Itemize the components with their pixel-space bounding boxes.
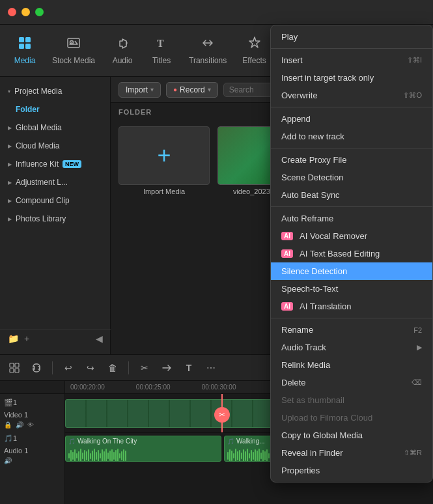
add-item-icon[interactable]: + bbox=[24, 333, 29, 344]
titles-icon: T bbox=[154, 36, 169, 53]
menu-item-insert[interactable]: Insert ⇧⌘I bbox=[271, 51, 432, 69]
menu-item-overwrite[interactable]: Overwrite ⇧⌘O bbox=[271, 87, 432, 104]
sidebar-item-global-media[interactable]: ▶ Global Media bbox=[0, 119, 110, 137]
menu-item-append[interactable]: Append bbox=[271, 110, 432, 128]
wave-bar bbox=[84, 450, 85, 462]
sidebar-item-project-media[interactable]: ▾ Project Media bbox=[0, 82, 110, 100]
menu-append-label: Append bbox=[281, 114, 311, 124]
menu-item-auto-reframe[interactable]: Auto Reframe bbox=[271, 210, 432, 227]
toolbar-transitions-label: Transitions bbox=[189, 56, 227, 65]
import-media-thumb[interactable]: + bbox=[119, 126, 210, 185]
maximize-button[interactable] bbox=[35, 8, 44, 16]
menu-item-text-based[interactable]: AI AI Text Based Editing bbox=[271, 245, 432, 262]
wave-bar bbox=[245, 451, 246, 461]
import-media-item[interactable]: + Import Media bbox=[119, 126, 210, 195]
sidebar: ▾ Project Media Folder ▶ Global Media ▶ … bbox=[0, 77, 111, 354]
toolbar-titles[interactable]: T Titles bbox=[142, 31, 181, 70]
sidebar-photos-label: Photos Library bbox=[16, 214, 66, 223]
menu-item-properties[interactable]: Properties bbox=[271, 462, 432, 479]
wave-bar bbox=[70, 450, 72, 462]
menu-item-reveal-finder[interactable]: Reveal in Finder ⇧⌘R bbox=[271, 444, 432, 462]
undo-button[interactable]: ↩ bbox=[59, 359, 77, 377]
menu-sep-5 bbox=[271, 318, 432, 318]
menu-item-set-thumbnail: Set as thumbnail bbox=[271, 391, 432, 409]
video-speaker-icon[interactable]: 🔊 bbox=[16, 421, 23, 428]
menu-item-vocal-remover[interactable]: AI AI Vocal Remover bbox=[271, 227, 432, 245]
sidebar-item-adjustment[interactable]: ▶ Adjustment L... bbox=[0, 173, 110, 191]
menu-rename-shortcut: F2 bbox=[413, 326, 422, 334]
video-lock-icon[interactable]: 🔒 bbox=[4, 421, 12, 428]
menu-item-scene-detection[interactable]: Scene Detection bbox=[271, 169, 432, 186]
sidebar-item-folder[interactable]: Folder bbox=[0, 100, 110, 119]
sidebar-item-photos-library[interactable]: ▶ Photos Library bbox=[0, 210, 110, 228]
sidebar-global-label: Global Media bbox=[16, 123, 62, 132]
import-button[interactable]: Import ▾ bbox=[119, 82, 161, 98]
wave-bar bbox=[237, 451, 238, 460]
menu-item-silence-detection[interactable]: Silence Detection bbox=[271, 262, 432, 280]
audio-track-number: 🎵1 bbox=[4, 434, 17, 443]
minimize-button[interactable] bbox=[21, 8, 30, 16]
wave-bar bbox=[98, 450, 99, 462]
wave-bar bbox=[107, 453, 109, 459]
toolbar-titles-label: Titles bbox=[152, 56, 171, 65]
audio-speaker-icon[interactable]: 🔊 bbox=[4, 457, 12, 464]
delete-button[interactable]: 🗑 bbox=[104, 359, 122, 377]
sidebar-folder-label: Folder bbox=[16, 105, 40, 114]
add-folder-icon[interactable]: 📁 bbox=[8, 333, 19, 344]
grid-view-button[interactable] bbox=[5, 359, 23, 377]
menu-item-insert-target[interactable]: Insert in target track only bbox=[271, 69, 432, 87]
toolbar-audio[interactable]: Audio bbox=[103, 31, 142, 70]
toolbar-media[interactable]: Media bbox=[5, 31, 44, 70]
menu-sep-4 bbox=[271, 206, 432, 207]
toolbar-stock-media[interactable]: Stock Media bbox=[44, 31, 103, 70]
video-eye-icon[interactable]: 👁 bbox=[27, 421, 34, 428]
menu-item-audio-track[interactable]: Audio Track ▶ bbox=[271, 339, 432, 356]
menu-item-add-new-track[interactable]: Add to new track bbox=[271, 128, 432, 145]
wave-bar bbox=[257, 451, 258, 461]
wave-bar bbox=[78, 451, 79, 461]
sidebar-cloud-label: Cloud Media bbox=[16, 141, 59, 150]
ruler-mark-1: 00:00:20:00 bbox=[70, 384, 105, 391]
menu-item-copy-global[interactable]: Copy to Global Media bbox=[271, 427, 432, 444]
menu-item-ai-translation[interactable]: AI AI Translation bbox=[271, 298, 432, 315]
split-audio-button[interactable] bbox=[158, 359, 176, 377]
wave-bar bbox=[266, 449, 268, 462]
more-button[interactable]: ⋯ bbox=[202, 359, 220, 377]
menu-item-create-proxy[interactable]: Create Proxy File bbox=[271, 151, 432, 169]
sidebar-item-influence-kit[interactable]: ▶ Influence Kit NEW bbox=[0, 155, 110, 173]
menu-item-relink[interactable]: Relink Media bbox=[271, 356, 432, 374]
menu-insert-label: Insert bbox=[281, 55, 303, 65]
sidebar-collapse-icon[interactable]: ◀ bbox=[96, 333, 103, 344]
menu-item-rename[interactable]: Rename F2 bbox=[271, 321, 432, 339]
menu-item-auto-beat[interactable]: Auto Beat Sync bbox=[271, 186, 432, 204]
menu-item-speech-to-text[interactable]: Speech-to-Text bbox=[271, 280, 432, 298]
wave-bar bbox=[260, 453, 262, 459]
svg-rect-8 bbox=[15, 363, 19, 367]
sidebar-item-cloud-media[interactable]: ▶ Cloud Media bbox=[0, 137, 110, 155]
playhead[interactable]: ✂ bbox=[221, 394, 223, 432]
ruler-mark-2: 00:00:25:00 bbox=[136, 384, 171, 391]
menu-rename-label: Rename bbox=[281, 325, 313, 335]
menu-insert-target-label: Insert in target track only bbox=[281, 73, 374, 83]
svg-rect-0 bbox=[19, 37, 24, 42]
ai-badge-translation: AI bbox=[281, 302, 293, 311]
audio-clip-1[interactable]: 🎵 Walking On The City bbox=[65, 436, 221, 462]
redo-button[interactable]: ↪ bbox=[81, 359, 100, 377]
record-label: Record bbox=[180, 85, 205, 94]
toolbar-transitions[interactable]: Transitions bbox=[181, 31, 234, 70]
toolbar-effects[interactable]: Effects bbox=[234, 31, 273, 70]
cut-button[interactable]: ✂ bbox=[135, 359, 154, 377]
menu-item-play[interactable]: Play bbox=[271, 28, 432, 46]
wave-bar bbox=[74, 449, 76, 462]
close-button[interactable] bbox=[8, 8, 16, 16]
magnetic-button[interactable] bbox=[27, 359, 46, 377]
record-button[interactable]: ● Record ▾ bbox=[166, 82, 218, 98]
sidebar-item-compound-clip[interactable]: ▶ Compound Clip bbox=[0, 191, 110, 210]
playhead-handle[interactable]: ✂ bbox=[214, 407, 230, 423]
menu-item-delete[interactable]: Delete ⌫ bbox=[271, 374, 432, 391]
record-icon: ● bbox=[173, 86, 177, 93]
wave-bar bbox=[231, 451, 232, 461]
wave-bar bbox=[68, 453, 70, 458]
text-button[interactable]: T bbox=[180, 359, 198, 377]
audio-track-label-area: 🎵1 Audio 1 🔊 bbox=[0, 433, 64, 466]
